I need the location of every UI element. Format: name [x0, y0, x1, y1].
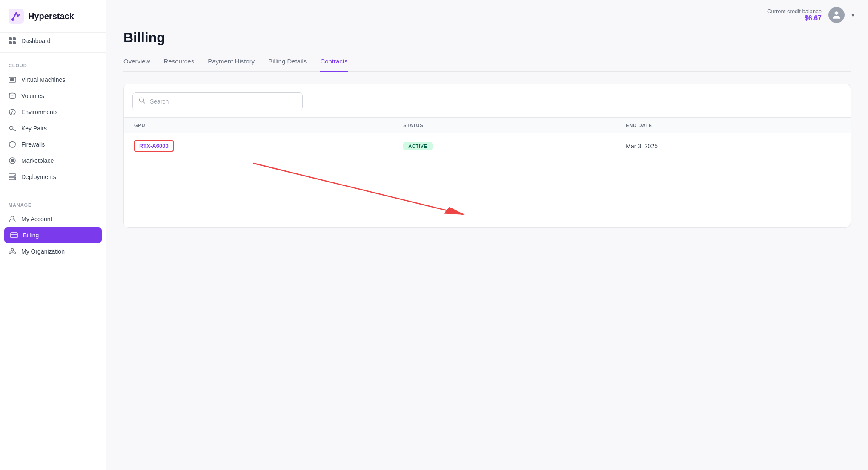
my-organization-icon: [9, 248, 16, 255]
sidebar-item-marketplace[interactable]: Marketplace: [0, 153, 106, 169]
key-pairs-icon: [9, 124, 16, 132]
svg-rect-19: [12, 236, 14, 236]
cloud-section-label: CLOUD: [0, 63, 106, 72]
table-row: RTX-A6000 ACTIVE Mar 3, 2025: [124, 133, 851, 159]
search-icon: [139, 97, 146, 106]
my-account-icon: [9, 215, 16, 223]
sidebar-item-firewalls[interactable]: Firewalls: [0, 136, 106, 153]
svg-point-1: [11, 18, 14, 21]
sidebar-item-billing[interactable]: Billing: [4, 227, 102, 243]
credit-balance-value: $6.67: [767, 14, 822, 22]
table-body: RTX-A6000 ACTIVE Mar 3, 2025: [124, 133, 851, 159]
sidebar-label-billing: Billing: [23, 232, 39, 239]
svg-point-10: [10, 126, 13, 130]
credit-balance-area: Current credit balance $6.67: [767, 8, 822, 22]
status-badge: ACTIVE: [403, 142, 432, 150]
gpu-value: RTX-A6000: [134, 140, 174, 152]
svg-point-15: [14, 175, 15, 176]
logo-area: Hyperstack: [0, 0, 106, 33]
sidebar-label-my-account: My Account: [21, 216, 52, 222]
table-header: GPU STATUS END DATE: [124, 118, 851, 133]
search-bar[interactable]: [132, 92, 303, 110]
sidebar-cloud-section: CLOUD Virtual Machines Volumes: [0, 56, 106, 188]
page-body: Billing Overview Resources Payment Histo…: [106, 30, 868, 245]
contracts-table: GPU STATUS END DATE RTX-A6000 ACTIVE: [124, 117, 851, 159]
sidebar-label-key-pairs: Key Pairs: [21, 125, 47, 132]
app-name: Hyperstack: [28, 12, 74, 21]
tab-resources[interactable]: Resources: [164, 58, 195, 72]
sidebar-item-my-account[interactable]: My Account: [0, 211, 106, 227]
svg-rect-18: [11, 233, 17, 238]
volumes-icon: [9, 92, 16, 100]
page-title: Billing: [123, 30, 851, 46]
end-date-cell: Mar 3, 2025: [616, 133, 851, 159]
sidebar-item-dashboard[interactable]: Dashboard: [0, 33, 106, 49]
svg-rect-7: [10, 78, 14, 81]
annotation-arrow: [124, 159, 851, 227]
sidebar-item-volumes[interactable]: Volumes: [0, 88, 106, 104]
tab-billing-details[interactable]: Billing Details: [268, 58, 307, 72]
sidebar-label-my-organization: My Organization: [21, 248, 65, 255]
svg-rect-4: [9, 41, 12, 44]
environments-icon: [9, 108, 16, 116]
firewalls-icon: [9, 141, 16, 148]
svg-point-16: [14, 178, 15, 179]
hyperstack-logo-icon: [9, 9, 24, 24]
sidebar: Hyperstack Dashboard CLOUD Virtual Machi…: [0, 0, 106, 470]
header: Current credit balance $6.67 ▾: [106, 0, 868, 30]
deployments-icon: [9, 173, 16, 181]
svg-rect-5: [13, 41, 16, 44]
svg-rect-3: [13, 37, 16, 40]
svg-rect-2: [9, 37, 12, 40]
sidebar-label-marketplace: Marketplace: [21, 157, 54, 164]
svg-point-8: [9, 93, 15, 95]
svg-point-22: [14, 252, 16, 254]
contracts-table-card: GPU STATUS END DATE RTX-A6000 ACTIVE: [123, 84, 851, 228]
sidebar-label-firewalls: Firewalls: [21, 141, 45, 148]
sidebar-item-environments[interactable]: Environments: [0, 104, 106, 120]
sidebar-label-environments: Environments: [21, 109, 58, 115]
svg-point-11: [11, 159, 14, 162]
avatar-icon: [832, 10, 841, 20]
sidebar-item-deployments[interactable]: Deployments: [0, 169, 106, 185]
svg-point-20: [11, 249, 14, 251]
svg-rect-0: [9, 9, 24, 24]
tab-payment-history[interactable]: Payment History: [208, 58, 255, 72]
col-header-status: STATUS: [393, 118, 616, 133]
sidebar-label-deployments: Deployments: [21, 173, 56, 180]
sidebar-divider-1: [0, 52, 106, 53]
credit-balance-label: Current credit balance: [767, 8, 822, 14]
sidebar-divider-2: [0, 192, 106, 192]
main-content: Current credit balance $6.67 ▾ Billing O…: [106, 0, 868, 470]
status-cell: ACTIVE: [393, 133, 616, 159]
tab-overview[interactable]: Overview: [123, 58, 150, 72]
annotation-area: [124, 159, 851, 227]
svg-point-21: [9, 252, 11, 254]
search-input[interactable]: [150, 98, 296, 105]
user-avatar[interactable]: [828, 7, 845, 23]
sidebar-label-volumes: Volumes: [21, 92, 44, 99]
dashboard-icon: [9, 37, 16, 45]
sidebar-item-my-organization[interactable]: My Organization: [0, 243, 106, 260]
dashboard-label: Dashboard: [21, 37, 51, 44]
sidebar-manage-section: MANAGE My Account Billing: [0, 196, 106, 263]
virtual-machines-icon: [9, 76, 16, 84]
sidebar-item-key-pairs[interactable]: Key Pairs: [0, 120, 106, 136]
col-header-end-date: END DATE: [616, 118, 851, 133]
marketplace-icon: [9, 157, 16, 164]
search-wrapper: [124, 84, 851, 110]
tab-contracts[interactable]: Contracts: [320, 58, 347, 72]
manage-section-label: MANAGE: [0, 202, 106, 211]
svg-line-25: [253, 163, 463, 214]
billing-tabs: Overview Resources Payment History Billi…: [123, 58, 851, 72]
billing-icon: [10, 231, 18, 239]
end-date-value: Mar 3, 2025: [626, 143, 658, 150]
col-header-gpu: GPU: [124, 118, 393, 133]
user-menu-chevron[interactable]: ▾: [851, 12, 854, 18]
sidebar-item-virtual-machines[interactable]: Virtual Machines: [0, 72, 106, 88]
sidebar-label-virtual-machines: Virtual Machines: [21, 76, 65, 83]
gpu-cell[interactable]: RTX-A6000: [124, 133, 393, 159]
